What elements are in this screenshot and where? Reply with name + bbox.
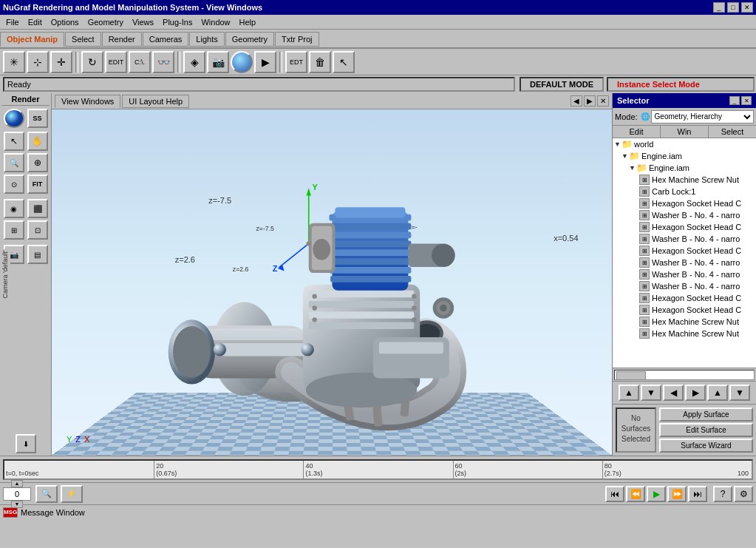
menu-file[interactable]: File [1,16,24,28]
tab-txtr-proj[interactable]: Txtr Proj [275,32,319,47]
scroll-btn[interactable]: ⬇ [16,434,36,453]
tool-pointer[interactable]: ↖ [333,51,355,73]
timeline-ruler[interactable]: t=0, t=0sec 20 (0.67s) 40 (1.3s) 60 (2s)… [3,459,753,480]
win-btn-sel[interactable]: Win [661,126,709,138]
add-node-btn[interactable]: ⊕ [27,153,48,172]
tool-trash[interactable]: 🗑 [309,51,331,73]
tab-select[interactable]: Select [65,32,101,47]
mode-selector[interactable]: Geometry, Hierarchy [651,110,754,124]
time-input[interactable] [3,487,31,501]
tab-lights[interactable]: Lights [189,32,224,47]
expand-engine1[interactable]: ▼ [622,152,629,160]
tree-item-4[interactable]: ⊞ Hexagon Socket Head C [613,221,756,233]
tool-edit[interactable]: EDIT [105,51,127,73]
tree-item-world[interactable]: ▼ 📁 world [613,138,756,150]
view-tab-windows[interactable]: View Windows [55,95,120,108]
grid-btn[interactable]: ⊡ [27,220,48,240]
menu-options[interactable]: Options [47,16,84,28]
close-view-btn[interactable]: ✕ [597,95,609,106]
nav-up-1[interactable]: ▲ [619,385,639,401]
maximize-button[interactable]: □ [727,2,739,13]
tool-rotate[interactable]: ↻ [81,51,103,73]
orbit-btn[interactable]: ⊙ [4,175,24,194]
tree-item-13[interactable]: ⊞ Hex Machine Screw Nut [613,328,756,339]
tree-item-11[interactable]: ⊞ Hexagon Socket Head C [613,304,756,316]
shaded-btn[interactable]: ⬛ [27,199,48,218]
nav-left-1[interactable]: ◀ [663,385,684,401]
viewport-3d[interactable]: Y Z X z=-7.5 z=2.6 x=0.54 x=- [52,109,612,456]
edit-surface-btn[interactable]: Edit Surface [659,423,753,437]
tree-item-12[interactable]: ⊞ Hex Machine Screw Nut [613,316,756,328]
horizontal-scroll[interactable] [614,370,755,380]
play-prev-btn[interactable]: ⏪ [626,486,645,502]
tree-item-5[interactable]: ⊞ Washer B - No. 4 - narro [613,233,756,245]
tree-item-8[interactable]: ⊞ Washer B - No. 4 - narro [613,268,756,280]
select-btn[interactable]: Select [709,126,756,138]
tool-sphere[interactable] [231,51,253,73]
render-sphere-btn[interactable] [4,109,24,128]
menu-window[interactable]: Window [197,16,234,28]
edit-btn[interactable]: Edit [613,126,661,138]
nav-down-2[interactable]: ▼ [729,385,750,401]
tool-edit2[interactable]: EDT [285,51,307,73]
selector-minimize[interactable]: _ [729,96,740,105]
wireframe-btn[interactable]: ◉ [4,199,24,218]
menu-geometry[interactable]: Geometry [84,16,128,28]
play-last-btn[interactable]: ⏭ [688,486,707,502]
prev-view-btn[interactable]: ◀ [571,95,582,106]
tree-item-9[interactable]: ⊞ Washer B - No. 4 - narro [613,280,756,292]
pan-btn[interactable]: ✋ [27,132,48,151]
tool-cal[interactable]: C:\. [129,51,151,73]
fit-btn[interactable]: FIT [27,175,48,194]
tool-camera[interactable]: 📷 [207,51,229,73]
tree-item-engine1[interactable]: ▼ 📁 Engine.iam [613,150,756,162]
filter-icon-btn[interactable]: ⚡ [61,485,83,503]
view-tab-ui[interactable]: UI Layout Help [122,95,189,108]
nav-up-2[interactable]: ▲ [707,385,728,401]
time-up-btn[interactable]: ▲ [11,480,23,487]
expand-world[interactable]: ▼ [614,141,622,148]
tree-view[interactable]: ▼ 📁 world ▼ 📁 Engine.iam ▼ 📁 Engine.iam … [613,138,756,368]
tool-render[interactable]: ▶ [254,51,276,73]
menu-edit[interactable]: Edit [24,16,47,28]
tab-geometry[interactable]: Geometry [225,32,274,47]
tree-item-10[interactable]: ⊞ Hexagon Socket Head C [613,292,756,304]
tree-item-1[interactable]: ⊞ Carb Lock:1 [613,186,756,197]
scroll-thumb[interactable] [616,371,646,380]
tree-item-3[interactable]: ⊞ Washer B - No. 4 - narro [613,209,756,221]
zoom-btn[interactable]: 🔍 [4,153,24,172]
tree-item-6[interactable]: ⊞ Hexagon Socket Head C [613,245,756,257]
tree-item-engine2[interactable]: ▼ 📁 Engine.iam [613,162,756,174]
tool-diamond[interactable]: ◈ [183,51,205,73]
play-btn[interactable]: ▶ [647,486,666,502]
tree-item-7[interactable]: ⊞ Washer B - No. 4 - narro [613,257,756,268]
next-view-btn[interactable]: ▶ [584,95,596,106]
tree-item-2[interactable]: ⊞ Hexagon Socket Head C [613,197,756,209]
multi-view-btn[interactable]: ⊞ [4,220,24,240]
tool-glasses[interactable]: 👓 [152,51,174,73]
nav-down-1[interactable]: ▼ [641,385,661,401]
tab-object-manip[interactable]: Object Manip [0,32,64,47]
timeline-btn[interactable]: ▤ [27,245,48,264]
expand-engine2[interactable]: ▼ [629,164,636,172]
selector-close[interactable]: ✕ [741,96,752,105]
apply-surface-btn[interactable]: Apply Surface [659,407,753,422]
search-icon-btn[interactable]: 🔍 [35,485,58,503]
close-button[interactable]: ✕ [741,2,753,13]
tab-cameras[interactable]: Cameras [143,32,189,47]
tool-select-arrow[interactable]: ⊹ [27,51,49,73]
tool-cursor[interactable]: ✛ [50,51,72,73]
ss-btn[interactable]: SS [27,109,48,128]
surface-wizard-btn[interactable]: Surface Wizard [659,439,753,453]
nav-right-1[interactable]: ▶ [685,385,706,401]
play-first-btn[interactable]: ⏮ [605,486,624,502]
arrow-select-btn[interactable]: ↖ [4,132,24,151]
minimize-button[interactable]: _ [713,2,725,13]
play-next-btn[interactable]: ⏩ [667,486,687,502]
tree-item-0[interactable]: ⊞ Hex Machine Screw Nut [613,174,756,186]
help-btn[interactable]: ? [713,486,732,502]
settings-btn[interactable]: ⚙ [734,486,753,502]
menu-views[interactable]: Views [128,16,158,28]
menu-plugins[interactable]: Plug-Ins [158,16,197,28]
menu-help[interactable]: Help [235,16,261,28]
